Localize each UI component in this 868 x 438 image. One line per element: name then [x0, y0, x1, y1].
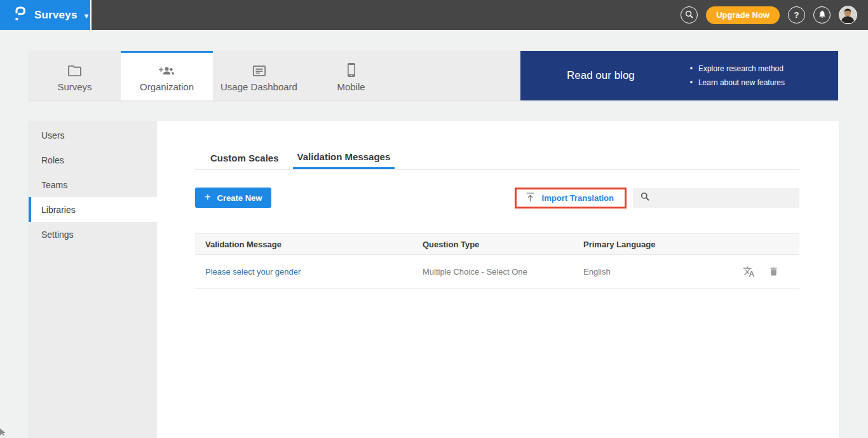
sidebar-item-teams[interactable]: Teams [29, 172, 157, 197]
workspace-nav: Surveys Organization Usage Dashboard Mo [29, 51, 838, 100]
product-label: Surveys [34, 9, 78, 22]
table-row: Please select your gender Multiple Choic… [195, 255, 799, 289]
search-icon [641, 192, 649, 203]
blog-banner[interactable]: Read our blog Explore research method Le… [520, 51, 838, 100]
create-new-label: Create New [217, 193, 262, 203]
blog-bullet-list: Explore research method Learn about new … [690, 62, 785, 90]
organization-panel: Users Roles Teams Libraries Settings Cus… [29, 121, 839, 438]
smartphone-icon [347, 62, 356, 77]
add-group-icon [159, 62, 175, 77]
user-avatar[interactable] [839, 6, 857, 24]
blog-bullet: Explore research method [690, 62, 785, 76]
upgrade-now-button[interactable]: Upgrade Now [706, 6, 780, 24]
sidebar-item-roles[interactable]: Roles [29, 147, 157, 172]
create-new-button[interactable]: + Create New [195, 188, 271, 208]
sidebar-item-label: Libraries [41, 205, 76, 215]
tab-label: Custom Scales [210, 153, 279, 163]
blog-bullet: Learn about new features [690, 76, 785, 90]
tab-custom-scales[interactable]: Custom Scales [195, 146, 293, 169]
nav-tab-mobile[interactable]: Mobile [305, 51, 397, 100]
language-cell: English [573, 267, 734, 277]
delete-icon[interactable] [768, 266, 779, 277]
validation-messages-table: Validation Message Question Type Primary… [195, 233, 799, 289]
nav-tab-label: Usage Dashboard [220, 81, 297, 92]
validation-message-link[interactable]: Please select your gender [205, 267, 301, 277]
chevron-down-icon: ▼ [83, 12, 90, 20]
tab-validation-messages[interactable]: Validation Messages [293, 146, 395, 169]
search-input[interactable] [654, 193, 782, 203]
sidebar-item-settings[interactable]: Settings [29, 222, 157, 247]
nav-tab-organization[interactable]: Organization [121, 51, 213, 100]
library-tabs: Custom Scales Validation Messages [195, 146, 799, 170]
toolbar: + Create New Import Translation [195, 187, 799, 209]
nav-tab-surveys[interactable]: Surveys [29, 51, 121, 100]
notifications-button[interactable] [813, 6, 831, 24]
bell-icon [818, 10, 827, 20]
import-translation-highlight: Import Translation [515, 188, 627, 209]
libraries-content: Custom Scales Validation Messages + Crea… [157, 121, 839, 438]
questionpro-logo-icon [13, 4, 28, 25]
search-icon [685, 10, 693, 20]
sidebar-item-label: Users [41, 130, 65, 140]
sidebar-item-label: Settings [41, 229, 74, 240]
nav-tab-label: Surveys [57, 81, 92, 92]
sidebar-item-libraries[interactable]: Libraries [29, 197, 157, 222]
sidebar-item-label: Teams [41, 180, 67, 190]
product-switcher[interactable]: Surveys ▼ [0, 0, 92, 30]
column-header-question-type: Question Type [412, 240, 573, 249]
mouse-cursor [0, 427, 6, 438]
sidebar-item-label: Roles [41, 155, 64, 165]
tab-label: Validation Messages [297, 151, 391, 162]
folder-icon [67, 62, 82, 77]
import-translation-button[interactable]: Import Translation [517, 189, 625, 207]
dashboard-list-icon [252, 62, 266, 77]
search-button[interactable] [681, 6, 698, 24]
table-header-row: Validation Message Question Type Primary… [195, 233, 799, 255]
blog-title: Read our blog [567, 69, 635, 82]
question-type-cell: Multiple Choice - Select One [412, 267, 573, 277]
help-button[interactable]: ? [788, 6, 805, 24]
question-mark-icon: ? [794, 10, 799, 20]
topbar-actions: Upgrade Now ? [681, 6, 868, 24]
translate-icon[interactable] [743, 266, 755, 278]
topbar: Surveys ▼ Upgrade Now ? [0, 0, 868, 30]
sidebar-item-users[interactable]: Users [29, 123, 157, 147]
import-translation-label: Import Translation [542, 193, 614, 203]
column-header-primary-language: Primary Language [573, 240, 734, 249]
nav-tab-label: Organization [140, 81, 194, 92]
org-sidebar: Users Roles Teams Libraries Settings [29, 121, 157, 438]
nav-tab-usage-dashboard[interactable]: Usage Dashboard [213, 51, 305, 100]
nav-tab-label: Mobile [337, 81, 365, 92]
column-header-validation-message: Validation Message [195, 240, 412, 249]
plus-icon: + [205, 191, 211, 203]
search-field[interactable] [633, 188, 799, 208]
upload-icon [526, 192, 535, 204]
